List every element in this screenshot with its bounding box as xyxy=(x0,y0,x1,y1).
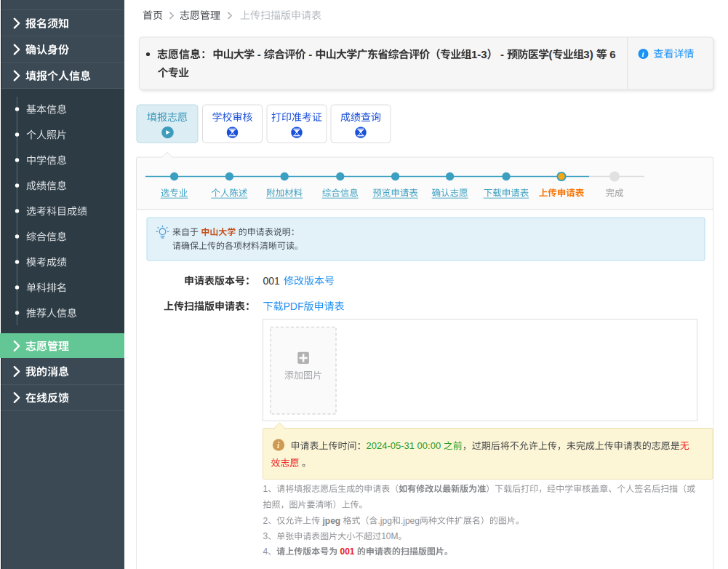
svg-text:001: 001 xyxy=(263,275,281,287)
svg-text:3): 3) xyxy=(583,48,593,60)
svg-text:PDF: PDF xyxy=(284,301,304,312)
svg-text:i: i xyxy=(642,50,644,58)
svg-text:-: - xyxy=(308,48,312,60)
svg-text:2024-05-31: 2024-05-31 xyxy=(367,440,415,451)
svg-text:(: ( xyxy=(548,48,552,60)
svg-text:10M: 10M xyxy=(381,531,398,541)
svg-text:4: 4 xyxy=(263,546,268,557)
svg-text:jpeg: jpeg xyxy=(322,516,341,526)
svg-text:.jpg: .jpg xyxy=(378,516,392,526)
svg-text:-: - xyxy=(257,48,261,60)
svg-text:00:00: 00:00 xyxy=(417,440,441,451)
svg-text:-: - xyxy=(500,48,504,60)
svg-text:1-3: 1-3 xyxy=(471,48,487,60)
svg-text:6: 6 xyxy=(609,48,615,60)
svg-text:001: 001 xyxy=(340,546,355,557)
svg-text:3: 3 xyxy=(263,531,268,541)
svg-text:.jpeg: .jpeg xyxy=(401,516,420,526)
svg-text:1: 1 xyxy=(263,484,268,494)
svg-text:2: 2 xyxy=(263,516,268,526)
